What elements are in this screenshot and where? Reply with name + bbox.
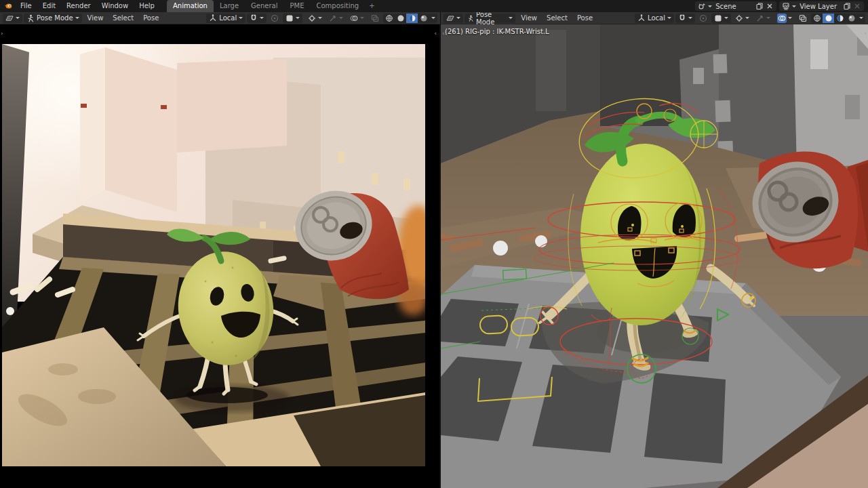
gizmo-icon [308, 14, 316, 22]
shading-solid-icon[interactable] [395, 14, 406, 23]
shading-wireframe-icon[interactable] [811, 14, 823, 23]
proportional-edit-icon [699, 14, 707, 22]
shading-mode-group [811, 14, 865, 23]
add-workspace-button[interactable]: + [365, 0, 378, 12]
menu-help[interactable]: Help [134, 0, 160, 12]
viewport-left[interactable]: › ‹ [0, 24, 440, 488]
chevron-down-icon [456, 17, 460, 19]
proportional-edit-button[interactable] [268, 14, 281, 23]
editor-type-icon [5, 14, 14, 22]
tab-general[interactable]: General [245, 0, 283, 12]
toolbar-toggle-icon[interactable]: ‹› [442, 30, 447, 37]
render-view[interactable] [2, 44, 425, 466]
menu-window[interactable]: Window [96, 0, 134, 12]
chevron-down-icon [788, 17, 792, 19]
duplicate-icon[interactable] [843, 2, 851, 10]
menu-pose[interactable]: Pose [573, 12, 597, 24]
menu-select[interactable]: Select [108, 12, 138, 24]
tab-large[interactable]: Large [214, 0, 245, 12]
tab-animation[interactable]: Animation [167, 0, 214, 12]
solid-view[interactable] [441, 24, 868, 488]
menu-pose[interactable]: Pose [139, 12, 163, 24]
chevron-down-icon [792, 5, 796, 7]
chevron-down-icon [360, 17, 364, 19]
shading-rendered-icon[interactable] [418, 14, 429, 23]
xray-icon [371, 14, 379, 22]
chevron-down-icon [745, 17, 749, 19]
duplicate-icon[interactable] [755, 2, 764, 10]
editor-type-button[interactable] [443, 14, 463, 23]
snap-magnet-icon [678, 14, 686, 22]
overlays-icon [778, 14, 786, 22]
shading-options-button[interactable] [429, 14, 437, 23]
transform-orientation[interactable]: Local [206, 14, 245, 23]
menu-render[interactable]: Render [61, 0, 96, 12]
scene-icon [698, 2, 706, 10]
transform-gizmo-icon [756, 14, 764, 22]
unlink-icon [853, 2, 861, 10]
shading-options-button[interactable] [857, 14, 865, 23]
viewport-right[interactable]: ‹› ‹ (261) RIG-pip : IK-MSTR-Wrist.L [441, 24, 868, 488]
chevron-down-icon [724, 17, 728, 19]
snapping-button[interactable] [247, 14, 267, 23]
material-swatch-button[interactable] [711, 14, 731, 23]
tab-compositing[interactable]: Compositing [311, 0, 366, 12]
overlays-button[interactable] [347, 14, 367, 23]
material-swatch-button[interactable] [283, 14, 302, 23]
snap-magnet-icon [250, 14, 258, 22]
mode-selector[interactable]: Pose Mode [24, 14, 82, 23]
pose-mode-icon [467, 14, 474, 22]
orientation-icon [637, 14, 646, 22]
material-swatch-icon [714, 14, 722, 22]
sidebar-toggle-icon[interactable]: ‹ [434, 30, 437, 37]
chevron-down-icon [688, 17, 692, 19]
overlays-button[interactable] [774, 14, 795, 23]
menu-view[interactable]: View [83, 12, 108, 24]
scene-name: Scene [714, 3, 753, 10]
snapping-button[interactable] [675, 14, 695, 23]
orientation-icon [209, 14, 217, 22]
shading-material-icon[interactable] [834, 14, 846, 23]
shading-wireframe-icon[interactable] [383, 14, 395, 23]
menu-edit[interactable]: Edit [37, 0, 61, 12]
shading-material-icon[interactable] [406, 14, 418, 23]
mode-selector[interactable]: Pose Mode [465, 14, 515, 23]
blender-logo-icon [4, 2, 12, 10]
transform-gizmo-icon [329, 14, 337, 22]
transform-gizmo-button[interactable] [753, 14, 773, 23]
shading-rendered-icon[interactable] [846, 14, 857, 23]
sidebar-toggle-icon[interactable]: ‹ [864, 30, 867, 37]
active-bone-label: (261) RIG-pip : IK-MSTR-Wrist.L [445, 28, 549, 35]
view-layer-selector[interactable]: View Layer [779, 1, 864, 11]
unlink-icon[interactable] [766, 2, 774, 10]
chevron-down-icon [339, 17, 343, 19]
chevron-down-icon [509, 17, 513, 19]
tab-pme[interactable]: PME [284, 0, 311, 12]
view-layer-icon [782, 2, 790, 10]
editor-type-button[interactable] [3, 14, 22, 23]
menu-file[interactable]: File [15, 0, 37, 12]
proportional-edit-button[interactable] [696, 14, 710, 23]
transform-orientation[interactable]: Local [635, 14, 674, 23]
xray-icon [799, 14, 807, 22]
xray-toggle[interactable] [368, 14, 382, 23]
shading-solid-icon[interactable] [823, 14, 834, 23]
workspace-tabs: Animation Large General PME Compositing … [167, 0, 379, 12]
menu-select[interactable]: Select [542, 12, 572, 24]
toolbar-toggle-icon[interactable]: › [1, 30, 3, 37]
mode-label: Pose Mode [37, 14, 73, 22]
shading-mode-group [383, 14, 437, 23]
editor-type-icon [446, 14, 454, 22]
orientation-label: Local [648, 14, 665, 22]
transform-gizmo-button[interactable] [326, 14, 346, 23]
view-layer-name: View Layer [798, 3, 841, 10]
menu-view[interactable]: View [517, 12, 541, 24]
chevron-down-icon [318, 17, 322, 19]
pose-mode-icon [26, 14, 35, 22]
xray-toggle[interactable] [796, 14, 810, 23]
material-swatch-icon [285, 14, 294, 22]
show-gizmo-button[interactable] [305, 14, 325, 23]
scene-selector[interactable]: Scene [695, 1, 776, 11]
show-gizmo-button[interactable] [732, 14, 752, 23]
overlays-icon [350, 14, 358, 22]
